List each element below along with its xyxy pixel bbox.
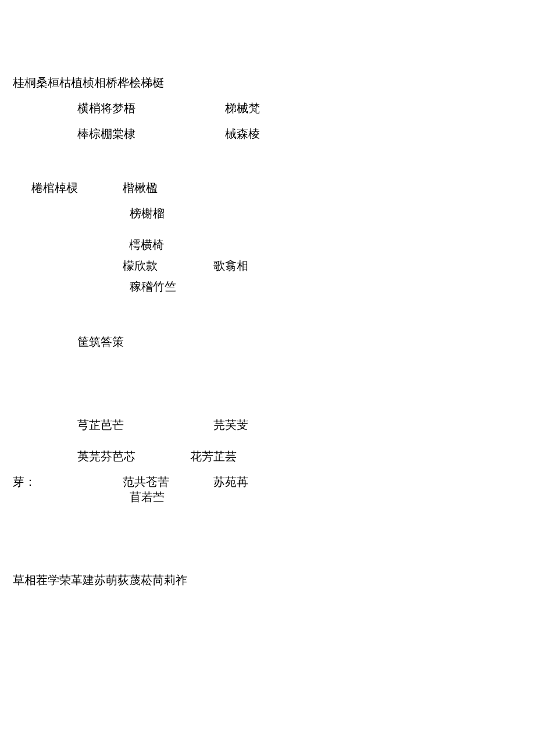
text-line-5: 榜榭榴 [130, 206, 165, 220]
text-line-3a: 棒棕棚棠棣 [77, 127, 135, 141]
text-line-12c: 苏苑苒 [213, 475, 248, 489]
text-line-10a: 芎芷芭芒 [77, 418, 124, 432]
text-line-7b: 歌翕相 [213, 259, 248, 273]
text-line-7a: 檬欣款 [123, 259, 158, 273]
text-line-8: 稼稽竹竺 [130, 280, 176, 293]
text-line-6: 樗横椅 [129, 238, 164, 252]
text-line-4a: 棬棺棹棂 [31, 181, 78, 195]
text-line-9: 筐筑答策 [77, 335, 124, 349]
text-line-11b: 花芳芷芸 [190, 449, 237, 463]
text-line-10b: 芫芺芰 [213, 418, 248, 432]
text-line-13: 苜若苎 [130, 490, 165, 504]
text-line-4b: 楷楸楹 [123, 181, 158, 195]
text-line-3b: 械森棱 [225, 127, 260, 141]
text-line-1: 桂桐桑桓枯植桢相桥桦桧梯梃 [13, 76, 164, 89]
text-line-12a: 芽： [13, 475, 36, 489]
text-line-12b: 范共苍苦 [123, 475, 169, 489]
text-line-2a: 横梢将梦梧 [77, 101, 135, 115]
text-line-2b: 梯械梵 [225, 101, 260, 115]
text-line-14: 草相茬学荣革建苏萌荻蔑菘苘莉祚 [13, 573, 187, 587]
text-line-11a: 英芫芬芭芯 [77, 449, 135, 463]
